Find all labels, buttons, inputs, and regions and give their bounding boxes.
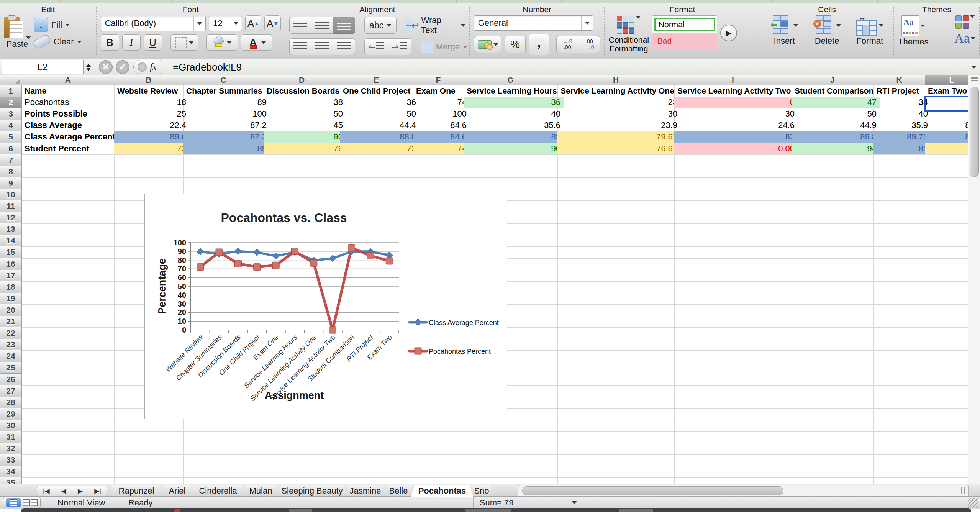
- cell-D2[interactable]: 38: [264, 97, 346, 108]
- cell-F3[interactable]: 100: [413, 108, 470, 120]
- italic-button[interactable]: I: [122, 34, 141, 51]
- cell-A2[interactable]: Pocahontas: [21, 97, 120, 108]
- row-header-26[interactable]: 26: [0, 374, 22, 386]
- cell-I2[interactable]: 0: [674, 97, 798, 108]
- currency-button[interactable]: [474, 36, 502, 53]
- theme-fonts-button[interactable]: Aa: [954, 31, 975, 46]
- cell-G3[interactable]: 40: [464, 108, 564, 120]
- row-header-33[interactable]: 33: [0, 454, 22, 466]
- cell-K2[interactable]: 34: [873, 97, 931, 108]
- cell-F1[interactable]: Exam One: [413, 85, 470, 97]
- sheet-tab-cinderella[interactable]: Cinderella: [191, 485, 245, 497]
- cell-B6[interactable]: 72: [114, 143, 189, 154]
- row-header-29[interactable]: 29: [0, 408, 22, 420]
- font-size-select[interactable]: 12: [209, 16, 242, 31]
- cell-E5[interactable]: 88.8: [340, 131, 419, 143]
- align-left-button[interactable]: [289, 38, 311, 55]
- row-header-20[interactable]: 20: [0, 304, 22, 316]
- cell-G4[interactable]: 35.6: [464, 120, 564, 131]
- column-header-G[interactable]: G: [464, 75, 558, 85]
- cell-I5[interactable]: 82: [674, 131, 798, 143]
- theme-colors-button[interactable]: [955, 15, 975, 29]
- cell-J4[interactable]: 44.9: [792, 120, 880, 131]
- cell-A5[interactable]: Class Average Percent: [21, 131, 120, 143]
- row-header-35[interactable]: 35: [0, 477, 22, 484]
- cell-A1[interactable]: Name: [21, 85, 120, 97]
- orientation-button[interactable]: abc: [364, 17, 397, 34]
- percent-style-button[interactable]: %: [505, 36, 525, 53]
- font-color-button[interactable]: A: [241, 34, 272, 51]
- row-header-28[interactable]: 28: [0, 397, 22, 409]
- decrease-indent-button[interactable]: ⇐: [364, 38, 388, 55]
- row-header-19[interactable]: 19: [0, 293, 22, 305]
- cell-K3[interactable]: 40: [873, 108, 931, 120]
- sheet-tab-sno[interactable]: Sno: [470, 485, 493, 497]
- cell-F4[interactable]: 84.6: [413, 120, 470, 131]
- column-header-F[interactable]: F: [413, 75, 464, 85]
- column-header-I[interactable]: I: [674, 75, 792, 85]
- cell-G6[interactable]: 90: [464, 143, 564, 154]
- cell-styles-gallery[interactable]: Normal Bad: [652, 15, 717, 49]
- enter-button[interactable]: ✓: [116, 60, 129, 74]
- normal-view-button[interactable]: [6, 498, 21, 507]
- themes-button[interactable]: Aa Themes: [898, 15, 928, 47]
- next-sheet-button[interactable]: ▶: [78, 487, 83, 495]
- row-header-34[interactable]: 34: [0, 466, 22, 478]
- format-cells-button[interactable]: ↔ Format: [856, 15, 883, 46]
- fill-color-button[interactable]: [206, 34, 238, 51]
- cell-A4[interactable]: Class Average: [21, 120, 120, 131]
- cancel-button[interactable]: ✕: [99, 60, 113, 74]
- cell-J6[interactable]: 94: [792, 143, 880, 154]
- cell-K4[interactable]: 35.9: [873, 120, 931, 131]
- formula-input[interactable]: =Gradebook!L9: [173, 61, 242, 73]
- prev-sheet-button[interactable]: ◀: [61, 487, 66, 495]
- sheet-tab-rapunzel[interactable]: Rapunzel: [109, 485, 164, 497]
- sheet-tab-pocahontas[interactable]: Pocahontas: [411, 485, 473, 497]
- row-header-17[interactable]: 17: [0, 270, 22, 282]
- cell-K5[interactable]: 89.75: [873, 131, 931, 143]
- row-header-13[interactable]: 13: [0, 223, 22, 235]
- row-header-23[interactable]: 23: [0, 339, 22, 351]
- view-switcher[interactable]: [3, 497, 41, 508]
- cell-B2[interactable]: 18: [114, 97, 189, 108]
- styles-expand-button[interactable]: ▶: [720, 25, 737, 41]
- cell-I4[interactable]: 24.6: [674, 120, 798, 131]
- merge-button[interactable]: Merge: [421, 41, 467, 53]
- cell-F5[interactable]: 84.6: [413, 131, 470, 143]
- cell-I6[interactable]: 0.00: [674, 143, 798, 154]
- column-header-H[interactable]: H: [557, 75, 675, 85]
- align-center-button[interactable]: [311, 38, 333, 55]
- cell-H4[interactable]: 23.9: [557, 120, 680, 131]
- bold-button[interactable]: B: [101, 34, 119, 51]
- align-top-button[interactable]: [289, 17, 311, 34]
- cell-J2[interactable]: 47: [792, 97, 880, 108]
- cell-B1[interactable]: Website Review: [114, 85, 189, 97]
- row-header-7[interactable]: 7: [0, 154, 22, 166]
- cell-H6[interactable]: 76.67: [557, 143, 680, 154]
- sheet-tab-sleeping-beauty[interactable]: Sleeping Beauty: [276, 485, 348, 497]
- row-header-27[interactable]: 27: [0, 385, 22, 397]
- style-bad[interactable]: Bad: [652, 33, 717, 49]
- row-header-5[interactable]: 5: [0, 131, 22, 143]
- row-header-22[interactable]: 22: [0, 327, 22, 339]
- last-sheet-button[interactable]: ▶|: [94, 487, 101, 495]
- decrease-decimal-button[interactable]: .00→.0: [578, 36, 600, 53]
- cell-D6[interactable]: 76: [264, 143, 346, 154]
- align-bottom-button[interactable]: [333, 17, 355, 34]
- vertical-scrollbar-thumb[interactable]: [970, 87, 979, 177]
- page-layout-view-button[interactable]: [23, 498, 38, 507]
- cell-K6[interactable]: 85: [873, 143, 931, 154]
- cell-C1[interactable]: Chapter Summaries: [183, 85, 270, 97]
- cell-B3[interactable]: 25: [114, 108, 189, 120]
- wrap-text-dropdown-arrow[interactable]: [461, 24, 465, 27]
- select-all-corner[interactable]: [0, 75, 22, 85]
- formula-bar-dropdown-arrow[interactable]: [972, 66, 976, 69]
- row-header-6[interactable]: 6: [0, 143, 22, 155]
- first-sheet-button[interactable]: |◀: [43, 487, 50, 495]
- sheet-tab-jasmine[interactable]: Jasmine: [345, 485, 386, 497]
- column-header-J[interactable]: J: [792, 75, 874, 85]
- cell-D1[interactable]: Discussion Boards: [264, 85, 346, 97]
- clear-button[interactable]: Clear: [34, 37, 82, 47]
- insert-cells-button[interactable]: ⇐ Insert: [770, 15, 798, 46]
- row-header-16[interactable]: 16: [0, 258, 22, 270]
